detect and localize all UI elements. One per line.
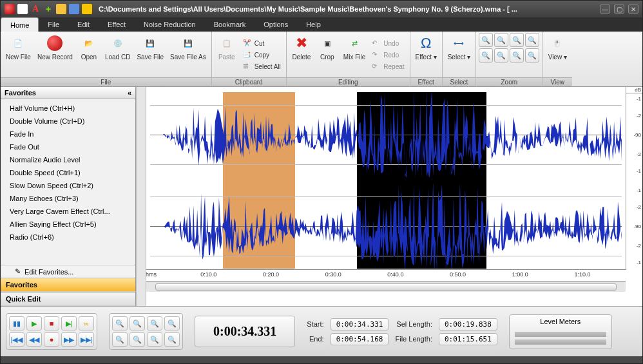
group-label-zoom: Zoom [476,77,542,86]
menu-bookmark[interactable]: Bookmark [205,17,255,32]
loop-button[interactable]: ∞ [79,316,94,330]
time-ruler[interactable]: hms 0:10.0 0:20.0 0:30.0 0:40.0 0:50.0 1… [146,270,626,282]
menu-file[interactable]: File [39,17,68,32]
start-value: 0:00:34.331 [331,318,389,330]
tab-favorites[interactable]: Favorites [1,278,135,292]
skip-end-button[interactable]: ▶▶| [79,332,94,347]
copy-button[interactable]: 📑Copy [240,50,283,61]
zoom-out-button[interactable]: 🔍 [130,316,145,330]
favorite-item[interactable]: Normalize Audio Level [1,153,135,166]
sidebar-scrollbar[interactable] [136,87,146,306]
favorites-list: Half Volume (Ctrl+H) Double Volume (Ctrl… [1,99,135,265]
pause-button[interactable]: ▮▮ [9,316,24,330]
maximize-button[interactable]: ▢ [614,5,624,14]
ribbon-group-file: 📄New File New Record 📂Open 💿Load CD 💾Sav… [1,32,212,86]
bottom-bar: ▮▮ ▶ ■ ▶| ∞ |◀◀ ◀◀ ● ▶▶ ▶▶| 🔍🔍🔍🔍 🔍🔍🔍🔍 0:… [1,306,642,356]
menu-help[interactable]: Help [297,17,330,32]
close-button[interactable]: ✕ [628,5,638,14]
zoom-fit-button[interactable]: 🔍 [510,33,524,47]
select-button[interactable]: ⟷Select ▾ [445,33,474,77]
effect-button[interactable]: ΩEffect ▾ [413,33,439,77]
open-button[interactable]: 📂Open [77,33,101,77]
favorite-item[interactable]: Fade Out [1,140,135,153]
delete-button[interactable]: ✖Delete [289,33,314,77]
zoom-btn-8[interactable]: 🔍 [164,332,180,347]
save-file-button[interactable]: 💾Save File [134,33,166,77]
load-cd-button[interactable]: 💿Load CD [102,33,133,77]
zoom-full-button[interactable]: 🔍 [525,33,539,47]
play-button[interactable]: ▶ [26,316,42,330]
view-button[interactable]: 🖱️View ▾ [545,33,570,77]
zoom-right-button[interactable]: 🔍 [525,48,539,62]
ribbon-group-clipboard: 📋Paste ✂️Cut 📑Copy ☰Select All Clipboard [212,32,287,86]
zoom-in-sel-button[interactable]: 🔍 [479,33,493,47]
zoom-left-button[interactable]: 🔍 [510,48,524,62]
level-meters: Level Meters [509,314,612,349]
record-button[interactable]: ● [44,332,59,347]
zoom-sel-button[interactable]: 🔍 [147,316,162,330]
group-label-effect: Effect [410,77,442,86]
edit-favorites-button[interactable]: ✎ Edit Favorites... [1,265,135,278]
zoom-out-sel-button[interactable]: 🔍 [494,33,508,47]
zoom-in-button[interactable]: 🔍 [112,316,128,330]
zoom-btn-7[interactable]: 🔍 [147,332,162,347]
end-value: 0:00:54.168 [331,333,389,345]
window-title: C:\Documents and Settings\All Users\Docu… [99,5,595,13]
collapse-icon[interactable]: « [128,89,131,97]
menu-options[interactable]: Options [254,17,297,32]
menu-edit[interactable]: Edit [68,17,99,32]
record-icon[interactable] [5,4,15,14]
ribbon-group-effect: ΩEffect ▾ Effect [410,32,443,86]
favorite-item[interactable]: Allien Saying Effect (Ctrl+5) [1,218,135,231]
font-a-icon[interactable]: A [30,4,41,14]
group-label-editing: Editing [287,77,410,86]
favorite-item[interactable]: Half Volume (Ctrl+H) [1,102,135,115]
cut-button[interactable]: ✂️Cut [240,38,283,50]
new-record-button[interactable]: New Record [35,33,75,77]
menu-home[interactable]: Home [1,17,39,32]
ribbon-group-view: 🖱️View ▾ View [542,32,572,86]
add-icon[interactable]: + [43,4,53,14]
ribbon-group-select: ⟷Select ▾ Select [443,32,477,86]
favorite-item[interactable]: Double Volume (Ctrl+D) [1,115,135,128]
zoom-controls: 🔍🔍🔍🔍 🔍🔍🔍🔍 [109,313,183,350]
paste-button: 📋Paste [215,33,239,77]
favorite-item[interactable]: Very Large Cavern Effect (Ctrl... [1,205,135,218]
favorite-item[interactable]: Slow Down Speed (Ctrl+2) [1,179,135,192]
crop-button[interactable]: ▣Crop [315,33,340,77]
tab-quick-edit[interactable]: Quick Edit [1,292,135,306]
zoom-in-v-button[interactable]: 🔍 [479,48,493,62]
waveform-channel-left [150,92,622,177]
menu-noise-reduction[interactable]: Noise Reduction [135,17,205,32]
new-file-button[interactable]: 📄New File [3,33,34,77]
ribbon: 📄New File New Record 📂Open 💿Load CD 💾Sav… [1,32,642,87]
stop-button[interactable]: ■ [44,316,59,330]
favorite-item[interactable]: Double Speed (Ctrl+1) [1,166,135,179]
nuke-icon[interactable] [82,4,92,14]
horizontal-scrollbar[interactable] [146,282,626,292]
group-label-view: View [542,77,572,86]
select-all-button[interactable]: ☰Select All [240,61,283,73]
rewind-button[interactable]: ◀◀ [26,332,42,347]
minimize-button[interactable]: — [600,5,610,14]
favorite-item[interactable]: Many Echoes (Ctrl+3) [1,192,135,205]
new-file-icon[interactable] [17,4,28,14]
fast-forward-button[interactable]: ▶▶ [61,332,77,347]
save-icon[interactable] [69,4,79,14]
group-label-clipboard: Clipboard [212,77,286,86]
save-file-as-button[interactable]: 💾Save File As [168,33,209,77]
zoom-btn-5[interactable]: 🔍 [112,332,128,347]
favorite-item[interactable]: Fade In [1,128,135,140]
skip-start-button[interactable]: |◀◀ [9,332,24,347]
open-icon[interactable] [56,4,66,14]
zoom-out-v-button[interactable]: 🔍 [494,48,508,62]
play-sel-button[interactable]: ▶| [61,316,77,330]
mix-file-button[interactable]: ⇄Mix File [341,33,368,77]
waveform-view[interactable]: dB -1 -2 -90 -2 -1 -1 -2 -90 -2 -1 hms 0… [146,87,642,306]
zoom-all-button[interactable]: 🔍 [164,316,180,330]
zoom-btn-6[interactable]: 🔍 [130,332,145,347]
menu-effect[interactable]: Effect [99,17,135,32]
file-length-value: 0:01:15.651 [439,333,497,345]
favorite-item[interactable]: Radio (Ctrl+6) [1,231,135,244]
ribbon-group-editing: ✖Delete ▣Crop ⇄Mix File ↶Undo ↷Redo ⟳Rep… [287,32,410,86]
